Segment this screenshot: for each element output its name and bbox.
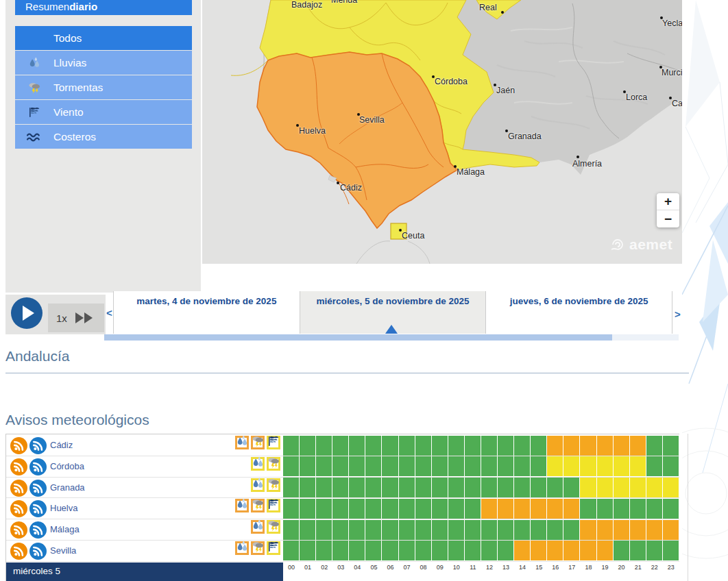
hour-cell-14 (514, 478, 530, 497)
sidebar-item-todos[interactable]: Todos (15, 26, 192, 50)
hour-label-18: 18 (580, 564, 596, 571)
sidebar-item-costeros[interactable]: Costeros (15, 125, 192, 149)
timeline-selected-pointer (385, 325, 398, 334)
hour-cell-10 (448, 456, 464, 476)
hour-cell-19 (597, 436, 613, 456)
zoom-out-button[interactable]: − (657, 210, 679, 227)
hour-cell-04 (349, 499, 365, 519)
hour-cell-13 (498, 478, 513, 497)
hour-cell-23 (663, 478, 679, 497)
warning-icons (249, 457, 280, 471)
hour-label-08: 08 (415, 564, 432, 571)
hour-cell-01 (300, 499, 315, 519)
rain-warning-box-orange (235, 541, 249, 555)
rss-icon-orange[interactable] (10, 480, 27, 497)
province-link[interactable]: Sevilla (50, 545, 76, 556)
hour-cell-11 (465, 541, 481, 560)
city-label-jaén: Jaén (496, 86, 515, 95)
province-link[interactable]: Córdoba (50, 461, 84, 471)
storm-icon (267, 477, 280, 493)
province-link[interactable]: Granada (50, 482, 85, 493)
sidebar-item-tormentas[interactable]: Tormentas (15, 75, 192, 99)
province-link[interactable]: Cádiz (50, 440, 73, 450)
hour-cell-21 (630, 499, 646, 519)
hour-cell-21 (630, 456, 646, 476)
fast-forward-button[interactable] (75, 312, 93, 323)
timeline-scrollbar-thumb[interactable] (104, 334, 612, 341)
hour-cell-09 (432, 456, 448, 476)
warnings-map[interactable]: BadajozMéridaRealYeclaCórdobaJaénMurciaL… (202, 0, 682, 264)
rain-warning-box-orange (251, 520, 265, 534)
hour-cell-09 (432, 478, 448, 497)
hour-cell-05 (365, 436, 381, 456)
hour-cell-05 (365, 520, 381, 540)
hour-cell-07 (399, 499, 415, 519)
hour-cell-15 (531, 456, 546, 476)
rss-icon-orange[interactable] (10, 521, 27, 539)
hour-cell-20 (614, 499, 629, 519)
speed-control[interactable]: 1x (48, 304, 104, 332)
hour-cell-09 (432, 541, 448, 560)
hour-cell-23 (663, 456, 679, 476)
hour-cell-16 (547, 520, 563, 540)
rss-icon-blue[interactable] (29, 480, 47, 497)
rss-icon-blue[interactable] (29, 458, 47, 475)
play-button[interactable] (11, 297, 43, 329)
hour-cell-06 (382, 478, 398, 497)
hour-cell-12 (481, 436, 497, 456)
hour-cell-04 (349, 456, 365, 476)
sidebar-header-resumen-diario[interactable]: Resumen diario (15, 0, 192, 15)
warning-icons (249, 520, 280, 534)
timeline-day-0[interactable]: martes, 4 de noviembre de 2025 (114, 291, 300, 334)
hour-cell-02 (316, 456, 332, 476)
sidebar-item-lluvias[interactable]: Lluvias (15, 51, 192, 75)
storm-warning-box-yellow (267, 478, 280, 492)
hour-label-11: 11 (465, 564, 481, 571)
province-link[interactable]: Málaga (50, 524, 80, 534)
rain-icon (251, 456, 265, 472)
timeline-prev-arrow[interactable]: < (106, 307, 112, 319)
hour-label-10: 10 (448, 564, 465, 571)
hour-cell-19 (597, 478, 613, 497)
content-right-border (688, 434, 688, 581)
hour-cell-20 (614, 456, 629, 476)
rss-icon-orange[interactable] (10, 500, 27, 517)
rss-icon-blue[interactable] (29, 521, 47, 539)
hour-cell-17 (563, 456, 579, 476)
hour-cell-08 (415, 541, 431, 560)
rain-icon (235, 540, 249, 556)
hour-cell-18 (580, 520, 596, 540)
zoom-in-button[interactable]: + (657, 193, 679, 210)
hour-cell-09 (432, 520, 448, 540)
hour-cell-01 (300, 541, 315, 560)
hour-cell-14 (514, 456, 530, 476)
sidebar-item-viento[interactable]: Viento (15, 100, 192, 124)
hour-cell-00 (283, 520, 299, 540)
hour-cell-01 (300, 436, 315, 456)
province-link[interactable]: Huelva (50, 503, 77, 513)
warning-icons (233, 541, 280, 555)
timeline-next-arrow[interactable]: > (675, 308, 681, 320)
hour-cell-21 (630, 541, 646, 560)
rain-warning-box-yellow (251, 478, 265, 492)
rss-icon-orange[interactable] (10, 437, 27, 454)
timeline-scrollbar-track (104, 334, 679, 341)
hour-cell-02 (316, 520, 332, 540)
city-label-sevilla: Sevilla (359, 115, 385, 125)
storm-icon (251, 540, 265, 556)
timeline-day-2[interactable]: jueves, 6 de noviembre de 2025 (486, 291, 672, 334)
hour-cell-19 (597, 520, 613, 540)
rss-icon-blue[interactable] (29, 500, 47, 517)
aemet-logo-text: aemet (629, 236, 672, 253)
rss-icon-blue[interactable] (29, 543, 47, 560)
rss-icon-orange[interactable] (10, 543, 27, 560)
rss-icon-orange[interactable] (10, 458, 27, 475)
hour-cell-03 (332, 478, 348, 497)
hour-label-21: 21 (630, 564, 646, 571)
warnings-table: CádizCórdobaGranadaHuelvaMálagaSevilla m… (5, 434, 679, 581)
hour-cell-20 (614, 436, 629, 456)
hour-cell-12 (481, 456, 497, 476)
hour-cell-13 (498, 520, 513, 540)
region-title-rule (5, 373, 689, 373)
rss-icon-blue[interactable] (29, 437, 47, 454)
